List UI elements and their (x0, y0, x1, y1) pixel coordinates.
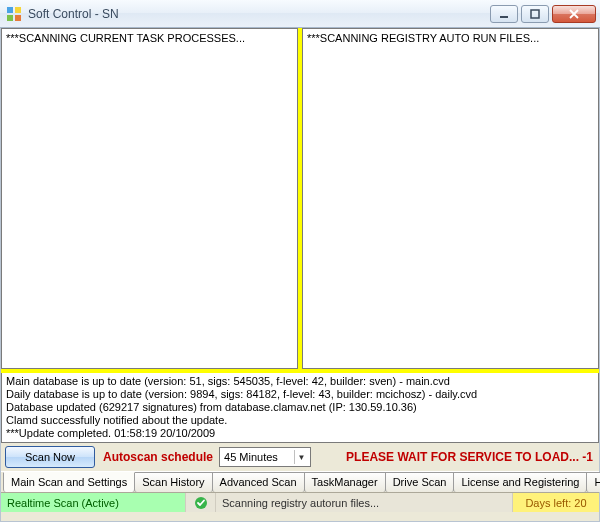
status-ok-icon (186, 493, 216, 512)
tab-strip: Main Scan and Settings Scan History Adva… (1, 471, 599, 492)
log-line: ***Update completed. 01:58:19 20/10/2009 (6, 427, 594, 440)
chevron-down-icon: ▼ (294, 450, 308, 464)
tab-task-manager[interactable]: TaskManager (304, 472, 386, 492)
status-scan-text: Scanning registry autorun files... (216, 493, 513, 512)
tab-license[interactable]: License and Registering (453, 472, 587, 492)
window-buttons (490, 5, 596, 23)
tab-advanced-scan[interactable]: Advanced Scan (212, 472, 305, 492)
tab-help[interactable]: Help (586, 472, 600, 492)
log-line: Database updated (629217 signatures) fro… (6, 401, 594, 414)
scan-now-button[interactable]: Scan Now (5, 446, 95, 468)
tab-main-scan[interactable]: Main Scan and Settings (3, 472, 135, 492)
svg-rect-0 (7, 7, 13, 13)
app-icon (6, 6, 22, 22)
close-button[interactable] (552, 5, 596, 23)
schedule-value: 45 Minutes (224, 451, 278, 463)
task-process-header: ***SCANNING CURRENT TASK PROCESSES... (6, 32, 293, 44)
control-bar: Scan Now Autoscan schedule 45 Minutes ▼ … (1, 443, 599, 471)
tab-drive-scan[interactable]: Drive Scan (385, 472, 455, 492)
status-bar: Realtime Scan (Active) Scanning registry… (1, 492, 599, 512)
scan-panels: ***SCANNING CURRENT TASK PROCESSES... **… (1, 28, 599, 373)
window-title: Soft Control - SN (28, 7, 490, 21)
svg-rect-5 (531, 10, 539, 18)
status-days-left: Days left: 20 (513, 493, 599, 512)
registry-panel: ***SCANNING REGISTRY AUTO RUN FILES... (302, 28, 599, 369)
status-realtime: Realtime Scan (Active) (1, 493, 186, 512)
autoscan-label: Autoscan schedule (103, 450, 213, 464)
service-wait-message: PLEASE WAIT FOR SERVICE TO LOAD... -1 (317, 450, 595, 464)
log-line: Clamd successfully notified about the up… (6, 414, 594, 427)
autoscan-schedule-select[interactable]: 45 Minutes ▼ (219, 447, 311, 467)
task-process-panel: ***SCANNING CURRENT TASK PROCESSES... (1, 28, 298, 369)
title-bar: Soft Control - SN (0, 0, 600, 28)
svg-rect-4 (500, 16, 508, 18)
svg-rect-1 (15, 7, 21, 13)
registry-header: ***SCANNING REGISTRY AUTO RUN FILES... (307, 32, 594, 44)
svg-rect-2 (7, 15, 13, 21)
log-line: Main database is up to date (version: 51… (6, 375, 594, 388)
maximize-button[interactable] (521, 5, 549, 23)
tab-scan-history[interactable]: Scan History (134, 472, 212, 492)
svg-rect-3 (15, 15, 21, 21)
update-log: Main database is up to date (version: 51… (1, 373, 599, 443)
log-line: Daily database is up to date (version: 9… (6, 388, 594, 401)
minimize-button[interactable] (490, 5, 518, 23)
client-area: ***SCANNING CURRENT TASK PROCESSES... **… (0, 28, 600, 522)
